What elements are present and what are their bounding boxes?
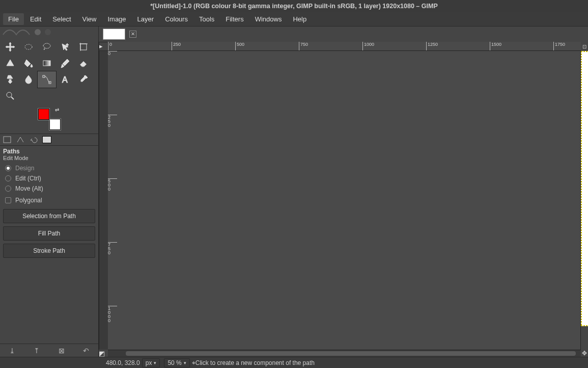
wilber-logo xyxy=(0,27,98,38)
restore-preset-icon[interactable]: ⤒ xyxy=(34,347,40,355)
menu-file[interactable]: File xyxy=(3,13,24,25)
tool-unified-transform[interactable] xyxy=(1,55,19,71)
ruler-corner[interactable]: ▸ xyxy=(99,42,108,51)
image-tab-thumb[interactable] xyxy=(103,29,125,40)
tool-smudge[interactable] xyxy=(19,71,38,88)
tool-fuzzy-select[interactable] xyxy=(56,39,74,55)
tool-text[interactable]: A xyxy=(56,71,74,88)
tool-crop[interactable] xyxy=(74,39,93,55)
tool-move[interactable] xyxy=(1,39,19,55)
color-area[interactable]: ⇄ xyxy=(37,107,62,132)
edit-mode-radios: Design Edit (Ctrl) Move (Alt) xyxy=(0,163,98,194)
check-polygonal[interactable]: Polygonal xyxy=(0,194,98,207)
menu-windows[interactable]: Windows xyxy=(250,13,287,25)
edit-mode-label: Edit Mode xyxy=(0,155,98,163)
tab-images[interactable] xyxy=(42,135,52,144)
zoom-fit-icon[interactable]: ⊡ xyxy=(581,42,588,51)
svg-text:A: A xyxy=(62,75,68,84)
tab-device-status[interactable] xyxy=(15,135,25,144)
toolbox: A xyxy=(0,38,98,105)
quickmask-icon[interactable]: ◩ xyxy=(99,350,108,357)
status-coords: 480.0, 328.0 xyxy=(106,359,140,366)
radio-move[interactable]: Move (Alt) xyxy=(5,183,93,194)
svg-point-8 xyxy=(7,92,12,97)
cursor-hint-icon: ⌖ xyxy=(192,359,195,366)
svg-point-1 xyxy=(45,29,51,35)
delete-preset-icon[interactable]: ⊠ xyxy=(59,347,65,355)
radio-design[interactable]: Design xyxy=(5,163,93,173)
swap-colors-icon[interactable]: ⇄ xyxy=(55,107,59,113)
menu-select[interactable]: Select xyxy=(47,13,76,25)
tab-undo-history[interactable] xyxy=(29,135,39,144)
foreground-color[interactable] xyxy=(38,109,49,120)
tool-ellipse-select[interactable] xyxy=(19,39,38,55)
scrollbar-horizontal[interactable] xyxy=(108,350,581,357)
btn-fill-path[interactable]: Fill Path xyxy=(3,226,95,241)
btn-stroke-path[interactable]: Stroke Path xyxy=(3,244,95,258)
tool-clone[interactable] xyxy=(1,71,19,88)
tool-paintbrush[interactable] xyxy=(56,55,74,71)
menu-help[interactable]: Help xyxy=(288,13,312,25)
close-image-icon[interactable]: ✕ xyxy=(129,31,136,38)
status-bar: 480.0, 328.0 px▾ 50 %▾ ⌖ Click to create… xyxy=(0,357,588,368)
background-color[interactable] xyxy=(49,119,61,130)
tool-options-title: Paths xyxy=(0,146,98,155)
canvas-viewport[interactable]: Adjusting point Adjusting point Drag up … xyxy=(581,51,588,350)
window-title: *[Untitled]-1.0 (RGB colour 8-bit gamma … xyxy=(0,0,588,12)
tool-free-select[interactable] xyxy=(38,39,56,55)
btn-selection-from-path[interactable]: Selection from Path xyxy=(3,209,95,223)
save-preset-icon[interactable]: ⤓ xyxy=(9,347,15,355)
path-curve[interactable] xyxy=(581,51,588,336)
tool-color-picker[interactable] xyxy=(74,71,93,88)
svg-point-2 xyxy=(25,44,32,49)
menu-edit[interactable]: Edit xyxy=(25,13,46,25)
image-tabs: ✕ xyxy=(99,27,588,42)
menu-layer[interactable]: Layer xyxy=(132,13,159,25)
menu-colours[interactable]: Colours xyxy=(160,13,193,25)
ruler-horizontal[interactable]: 0 250 500 750 1000 1250 1500 1750 xyxy=(108,42,581,51)
svg-rect-3 xyxy=(80,44,87,50)
tool-zoom[interactable] xyxy=(1,88,19,104)
left-panel: A ⇄ Paths Edit Mode Design Edit (Ctrl) M… xyxy=(0,27,99,357)
tool-options-bottom: ⤓ ⤒ ⊠ ↶ xyxy=(0,344,98,357)
menu-image[interactable]: Image xyxy=(102,13,131,25)
tool-options-tabs xyxy=(0,134,98,146)
scrollbar-vertical[interactable] xyxy=(99,51,108,350)
svg-point-0 xyxy=(35,29,41,35)
menu-tools[interactable]: Tools xyxy=(194,13,219,25)
menu-view[interactable]: View xyxy=(77,13,102,25)
radio-edit[interactable]: Edit (Ctrl) xyxy=(5,173,93,183)
reset-icon[interactable]: ↶ xyxy=(83,347,89,355)
tool-eraser[interactable] xyxy=(74,55,93,71)
svg-rect-4 xyxy=(43,61,50,66)
svg-rect-5 xyxy=(43,75,45,77)
ruler-vertical[interactable]: 0 250 500 750 1000 xyxy=(108,51,581,350)
menu-bar: File Edit Select View Image Layer Colour… xyxy=(0,12,588,27)
tool-gradient[interactable] xyxy=(38,55,56,71)
tab-tool-options[interactable] xyxy=(2,135,12,144)
unit-select[interactable]: px▾ xyxy=(142,358,160,367)
menu-filters[interactable]: Filters xyxy=(220,13,248,25)
zoom-select[interactable]: 50 %▾ xyxy=(164,358,189,367)
status-hint: Click to create a new component of the p… xyxy=(195,359,315,366)
tool-paths[interactable] xyxy=(38,71,56,88)
navigation-icon[interactable]: ✥ xyxy=(581,350,588,357)
svg-rect-9 xyxy=(4,137,11,143)
tool-bucket-fill[interactable] xyxy=(19,55,38,71)
